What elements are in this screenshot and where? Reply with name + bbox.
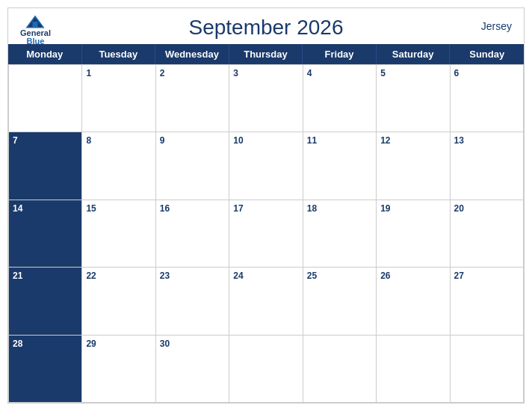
table-row: 4 <box>303 65 377 132</box>
calendar-title: September 2026 <box>188 16 343 39</box>
table-row: 15 <box>82 200 155 268</box>
date-number: 13 <box>454 135 519 146</box>
date-number: 12 <box>380 135 445 146</box>
date-number: 23 <box>160 271 225 281</box>
logo-text-blue: Blue <box>27 37 45 46</box>
table-row: 18 <box>303 200 377 268</box>
day-wednesday: Wednesday <box>155 44 229 64</box>
date-number: 5 <box>380 68 445 78</box>
table-row: 6 <box>451 65 524 132</box>
date-number: 20 <box>454 203 519 214</box>
date-number: 15 <box>86 203 151 214</box>
calendar-header: General Blue September 2026 Jersey <box>8 8 524 44</box>
date-number: 22 <box>86 271 151 281</box>
svg-rect-2 <box>33 22 38 27</box>
table-row: 26 <box>377 268 450 335</box>
table-row: 8 <box>82 132 155 200</box>
logo-icon <box>25 14 46 29</box>
date-number: 16 <box>160 203 225 214</box>
table-row: 28 <box>9 336 82 403</box>
table-row: 23 <box>156 268 229 335</box>
date-number: 28 <box>13 339 78 349</box>
date-number: 11 <box>307 135 372 146</box>
table-row: 13 <box>451 132 524 200</box>
table-row <box>377 336 450 403</box>
day-thursday: Thursday <box>229 44 303 64</box>
day-monday: Monday <box>8 44 82 64</box>
date-number: 3 <box>233 68 298 78</box>
day-sunday: Sunday <box>450 44 524 64</box>
date-number: 2 <box>160 68 225 78</box>
day-tuesday: Tuesday <box>82 44 156 64</box>
date-number: 24 <box>233 271 298 281</box>
table-row: 24 <box>229 268 303 335</box>
date-number: 17 <box>233 203 298 214</box>
date-number: 21 <box>13 271 78 281</box>
table-row: 11 <box>303 132 377 200</box>
table-row: 14 <box>9 200 82 268</box>
date-number: 6 <box>454 68 519 78</box>
logo: General Blue <box>20 14 51 46</box>
title-area: September 2026 <box>188 16 343 40</box>
table-row <box>229 336 303 403</box>
table-row: 16 <box>156 200 229 268</box>
date-number: 1 <box>86 68 151 78</box>
calendar-grid: 1234567891011121314151617181920212223242… <box>8 64 524 403</box>
days-header: MondayTuesdayWednesdayThursdayFridaySatu… <box>8 44 524 64</box>
date-number: 27 <box>454 271 519 281</box>
table-row: 5 <box>377 65 450 132</box>
table-row <box>451 336 524 403</box>
date-number: 30 <box>160 339 225 349</box>
date-number: 14 <box>13 203 78 214</box>
table-row <box>303 336 377 403</box>
day-friday: Friday <box>303 44 377 64</box>
date-number: 10 <box>233 135 298 146</box>
date-number: 9 <box>160 135 225 146</box>
table-row: 27 <box>451 268 524 335</box>
table-row: 1 <box>82 65 155 132</box>
table-row: 22 <box>82 268 155 335</box>
table-row: 12 <box>377 132 450 200</box>
table-row: 29 <box>82 336 155 403</box>
table-row: 9 <box>156 132 229 200</box>
date-number: 26 <box>380 271 445 281</box>
table-row: 2 <box>156 65 229 132</box>
table-row: 19 <box>377 200 450 268</box>
date-number: 29 <box>86 339 151 349</box>
date-number: 4 <box>307 68 372 78</box>
day-saturday: Saturday <box>377 44 451 64</box>
date-number: 8 <box>86 135 151 146</box>
date-number: 18 <box>307 203 372 214</box>
date-number: 19 <box>380 203 445 214</box>
date-number: 25 <box>307 271 372 281</box>
table-row: 20 <box>451 200 524 268</box>
table-row: 30 <box>156 336 229 403</box>
table-row: 3 <box>229 65 303 132</box>
table-row: 21 <box>9 268 82 335</box>
table-row <box>9 65 82 132</box>
region-label: Jersey <box>481 20 512 32</box>
table-row: 25 <box>303 268 377 335</box>
date-number: 7 <box>13 135 78 146</box>
table-row: 7 <box>9 132 82 200</box>
table-row: 10 <box>229 132 303 200</box>
calendar: General Blue September 2026 Jersey Monda… <box>7 7 525 404</box>
table-row: 17 <box>229 200 303 268</box>
